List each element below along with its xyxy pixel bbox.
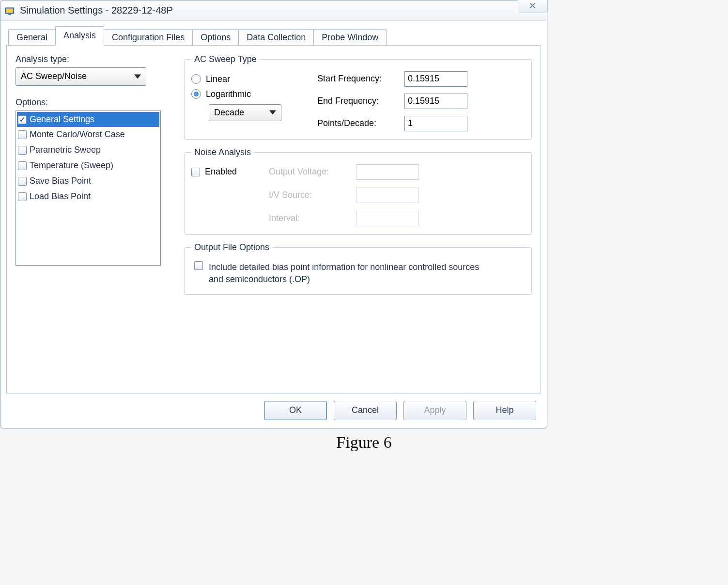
interval-label: Interval: xyxy=(269,213,356,223)
chevron-down-icon xyxy=(269,111,276,115)
close-icon: ✕ xyxy=(529,0,537,11)
tab-config-files[interactable]: Configuration Files xyxy=(104,29,193,46)
radio-linear-row[interactable]: Linear xyxy=(191,74,312,84)
log-scale-combo[interactable]: Decade xyxy=(209,104,281,121)
tab-data-collection[interactable]: Data Collection xyxy=(238,29,314,46)
list-item-label: General Settings xyxy=(30,113,94,126)
end-freq-input[interactable] xyxy=(404,94,467,109)
chevron-down-icon xyxy=(134,74,141,79)
analysis-type-value: AC Sweep/Noise xyxy=(21,71,87,81)
end-freq-label: End Frequency: xyxy=(317,96,400,106)
tab-analysis[interactable]: Analysis xyxy=(55,26,104,46)
option-load-bias-point[interactable]: Load Bias Point xyxy=(17,189,159,205)
app-icon xyxy=(4,5,15,16)
noise-analysis-group: Noise Analysis Enabled Output Voltage: I… xyxy=(184,147,532,235)
ac-sweep-group: AC Sweep Type Linear Logarithmic xyxy=(184,54,532,140)
list-item-label: Load Bias Point xyxy=(30,190,91,204)
output-voltage-label: Output Voltage: xyxy=(269,167,356,177)
option-parametric-sweep[interactable]: Parametric Sweep xyxy=(17,142,159,158)
dialog-button-row: OK Cancel Apply Help xyxy=(6,394,541,422)
output-file-legend: Output File Options xyxy=(191,242,272,253)
checkbox-icon[interactable] xyxy=(194,261,203,270)
output-file-options-group: Output File Options Include detailed bia… xyxy=(184,242,532,295)
bias-info-label: Include detailed bias point information … xyxy=(209,261,480,285)
titlebar: Simulation Settings - 28229-12-48P xyxy=(0,0,547,21)
checkbox-icon[interactable] xyxy=(191,168,200,176)
list-item-label: Temperature (Sweep) xyxy=(30,159,113,173)
figure-caption: Figure 6 xyxy=(0,433,728,452)
list-item-label: Monte Carlo/Worst Case xyxy=(30,128,125,142)
tab-body-analysis: Analysis type: AC Sweep/Noise Options: G… xyxy=(6,45,541,394)
option-monte-carlo[interactable]: Monte Carlo/Worst Case xyxy=(17,127,159,142)
analysis-type-combo[interactable]: AC Sweep/Noise xyxy=(15,67,146,86)
option-general-settings[interactable]: General Settings xyxy=(17,112,159,127)
radio-log-label: Logarithmic xyxy=(206,89,251,99)
start-freq-label: Start Frequency: xyxy=(317,74,400,84)
checkbox-icon[interactable] xyxy=(18,130,27,139)
radio-linear-label: Linear xyxy=(206,74,230,84)
interval-input xyxy=(356,211,419,226)
noise-enabled-label: Enabled xyxy=(205,167,237,177)
tab-general[interactable]: General xyxy=(8,29,56,46)
cancel-button[interactable]: Cancel xyxy=(334,401,397,420)
option-temperature-sweep[interactable]: Temperature (Sweep) xyxy=(17,158,159,174)
svg-rect-1 xyxy=(6,8,14,13)
checkbox-icon[interactable] xyxy=(18,192,27,201)
log-scale-value: Decade xyxy=(214,108,244,118)
list-item-label: Save Bias Point xyxy=(30,174,91,188)
radio-log-row[interactable]: Logarithmic xyxy=(191,89,312,99)
ac-sweep-legend: AC Sweep Type xyxy=(191,54,260,64)
bias-info-row[interactable]: Include detailed bias point information … xyxy=(191,259,525,286)
apply-button: Apply xyxy=(403,401,466,420)
list-item-label: Parametric Sweep xyxy=(30,143,101,157)
close-button[interactable]: ✕ xyxy=(518,0,548,13)
option-save-bias-point[interactable]: Save Bias Point xyxy=(17,174,159,189)
options-listbox[interactable]: General Settings Monte Carlo/Worst Case … xyxy=(15,111,161,266)
svg-rect-2 xyxy=(8,14,11,15)
start-freq-input[interactable] xyxy=(404,71,467,87)
tab-options[interactable]: Options xyxy=(192,29,239,46)
radio-icon[interactable] xyxy=(191,89,201,99)
dialog-window: ✕ Simulation Settings - 28229-12-48P Gen… xyxy=(0,0,547,428)
radio-icon[interactable] xyxy=(191,74,201,84)
checkbox-icon[interactable] xyxy=(18,146,27,155)
help-button[interactable]: Help xyxy=(473,401,536,420)
checkbox-icon[interactable] xyxy=(18,161,27,170)
client-area: General Analysis Configuration Files Opt… xyxy=(0,21,547,428)
points-decade-input[interactable] xyxy=(404,116,467,131)
checkbox-icon[interactable] xyxy=(18,115,27,124)
tab-strip: General Analysis Configuration Files Opt… xyxy=(6,26,541,46)
iv-source-input xyxy=(356,188,419,203)
noise-legend: Noise Analysis xyxy=(191,147,254,158)
iv-source-label: I/V Source: xyxy=(269,190,356,200)
noise-enabled-row[interactable]: Enabled xyxy=(191,167,269,177)
analysis-type-label: Analysis type: xyxy=(15,54,170,64)
points-decade-label: Points/Decade: xyxy=(317,118,400,128)
output-voltage-input xyxy=(356,164,419,180)
checkbox-icon[interactable] xyxy=(18,177,27,186)
window-title: Simulation Settings - 28229-12-48P xyxy=(20,5,173,16)
right-column: AC Sweep Type Linear Logarithmic xyxy=(184,54,532,385)
left-column: Analysis type: AC Sweep/Noise Options: G… xyxy=(15,54,170,385)
tab-probe-window[interactable]: Probe Window xyxy=(313,29,387,46)
options-label: Options: xyxy=(15,97,170,108)
ok-button[interactable]: OK xyxy=(264,401,327,420)
